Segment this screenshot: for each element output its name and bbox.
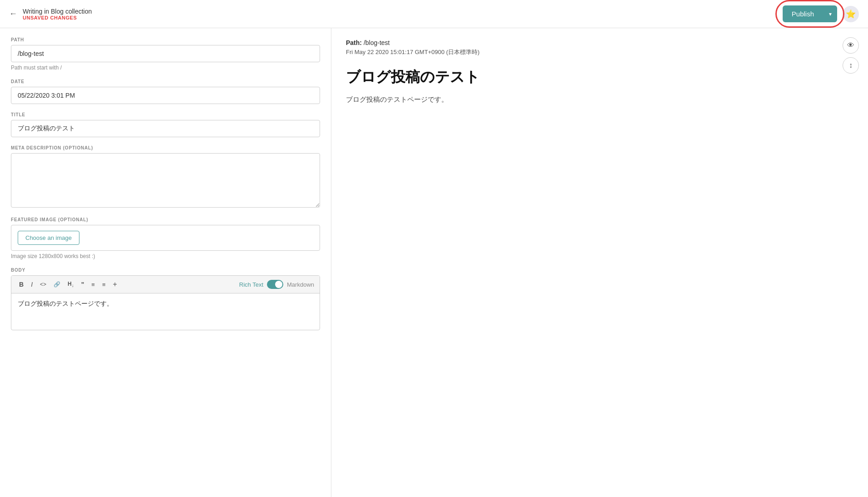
unsaved-changes-badge: UNSAVED CHANGES bbox=[23, 15, 92, 20]
left-panel: PATH Path must start with / DATE TITLE M… bbox=[0, 28, 331, 497]
body-editor: B I <> 🔗 H↓ " ≡ ≡ + Rich Text bbox=[11, 275, 320, 330]
bold-button[interactable]: B bbox=[17, 280, 26, 289]
publish-container: Publish ▾ bbox=[783, 5, 837, 22]
publish-button[interactable]: Publish ▾ bbox=[783, 5, 837, 22]
toolbar-left: B I <> 🔗 H↓ " ≡ ≡ + bbox=[17, 279, 119, 289]
featured-image-field-group: FEATURED IMAGE (OPTIONAL) Choose an imag… bbox=[11, 217, 320, 259]
preview-path-label: Path: bbox=[346, 39, 362, 46]
date-input[interactable] bbox=[11, 87, 320, 104]
avatar-icon: ⭐ bbox=[846, 9, 856, 19]
meta-textarea[interactable] bbox=[11, 153, 320, 208]
title-field-group: TITLE bbox=[11, 112, 320, 137]
plus-button[interactable]: + bbox=[111, 279, 119, 289]
preview-path-value: /blog-test bbox=[364, 39, 390, 46]
preview-date: Fri May 22 2020 15:01:17 GMT+0900 (日本標準時… bbox=[346, 48, 853, 56]
meta-label: META DESCRIPTION (OPTIONAL) bbox=[11, 145, 320, 150]
preview-eye-button[interactable]: 👁 bbox=[843, 37, 859, 54]
header-right: Publish ▾ ⭐ bbox=[783, 5, 859, 22]
header-title: Writing in Blog collection UNSAVED CHANG… bbox=[23, 8, 92, 20]
quote-button[interactable]: " bbox=[79, 280, 87, 289]
body-label: BODY bbox=[11, 268, 320, 273]
header-left: ← Writing in Blog collection UNSAVED CHA… bbox=[9, 8, 92, 20]
breadcrumb: Writing in Blog collection bbox=[23, 8, 92, 15]
publish-dropdown-arrow[interactable]: ▾ bbox=[824, 6, 837, 22]
app-header: ← Writing in Blog collection UNSAVED CHA… bbox=[0, 0, 868, 28]
image-hint: Image size 1280x800 works best :) bbox=[11, 253, 320, 259]
ordered-list-button[interactable]: ≡ bbox=[100, 280, 108, 289]
body-field-group: BODY B I <> 🔗 H↓ " ≡ ≡ + Rich bbox=[11, 268, 320, 330]
avatar-button[interactable]: ⭐ bbox=[843, 6, 859, 22]
meta-field-group: META DESCRIPTION (OPTIONAL) bbox=[11, 145, 320, 209]
editor-toolbar: B I <> 🔗 H↓ " ≡ ≡ + Rich Text bbox=[11, 276, 320, 293]
main-layout: PATH Path must start with / DATE TITLE M… bbox=[0, 28, 868, 497]
choose-image-button[interactable]: Choose an image bbox=[18, 231, 79, 245]
path-label: PATH bbox=[11, 37, 320, 42]
toggle-knob bbox=[275, 281, 282, 288]
title-label: TITLE bbox=[11, 112, 320, 117]
arrows-icon: ↕ bbox=[849, 61, 853, 70]
bullet-list-button[interactable]: ≡ bbox=[89, 280, 97, 289]
markdown-label: Markdown bbox=[287, 281, 314, 288]
code-button[interactable]: <> bbox=[38, 280, 49, 288]
editor-mode-toggle[interactable] bbox=[267, 280, 283, 289]
italic-button[interactable]: I bbox=[29, 280, 35, 289]
path-hint: Path must start with / bbox=[11, 65, 320, 71]
featured-image-box: Choose an image bbox=[11, 225, 320, 251]
move-button[interactable]: ↕ bbox=[843, 57, 859, 74]
path-field-group: PATH Path must start with / bbox=[11, 37, 320, 71]
eye-icon: 👁 bbox=[847, 41, 854, 50]
right-floaters: 👁 ↕ bbox=[843, 37, 859, 74]
editor-content[interactable]: ブログ投稿のテストページです。 bbox=[11, 293, 320, 330]
link-button[interactable]: 🔗 bbox=[51, 280, 63, 288]
heading-button[interactable]: H↓ bbox=[65, 280, 76, 289]
right-panel: Path: /blog-test Fri May 22 2020 15:01:1… bbox=[331, 28, 868, 497]
back-button[interactable]: ← bbox=[9, 9, 17, 19]
preview-title: ブログ投稿のテスト bbox=[346, 67, 853, 87]
toolbar-right: Rich Text Markdown bbox=[239, 280, 314, 289]
title-input[interactable] bbox=[11, 120, 320, 137]
featured-image-label: FEATURED IMAGE (OPTIONAL) bbox=[11, 217, 320, 222]
publish-button-label: Publish bbox=[783, 5, 823, 22]
preview-body: ブログ投稿のテストページです。 bbox=[346, 95, 853, 104]
rich-text-label: Rich Text bbox=[239, 281, 263, 288]
preview-path: Path: /blog-test bbox=[346, 39, 853, 46]
path-input[interactable] bbox=[11, 45, 320, 62]
date-label: DATE bbox=[11, 79, 320, 84]
date-field-group: DATE bbox=[11, 79, 320, 104]
